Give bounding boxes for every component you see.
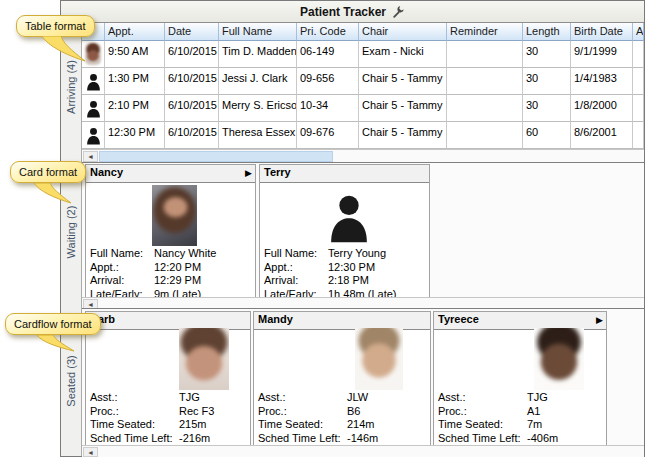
column-header-chair[interactable]: Chair [359, 23, 447, 41]
patient-card-terry[interactable]: Terry Full Name:Terry Young Appt.:12:30 … [259, 164, 430, 298]
field-label: Arrival: [264, 274, 328, 288]
patient-card-tyreece[interactable]: Tyreece ▶ Asst.:TJG Proc.:A1 Time Seated… [433, 311, 607, 446]
card-more-icon[interactable]: ▶ [596, 314, 603, 326]
card-fields: Full Name:Nancy White Appt.:12:20 PM Arr… [90, 247, 253, 301]
cell-date[interactable]: 6/10/2015 [165, 68, 219, 95]
cell-chair[interactable]: Chair 5 - Tammy [359, 68, 447, 95]
card-fields: Full Name:Terry Young Appt.:12:30 PM Arr… [264, 247, 427, 301]
column-header-date[interactable]: Date [165, 23, 219, 41]
field-label: Appt.: [264, 261, 328, 275]
cell-pri-code[interactable]: 09-656 [297, 68, 359, 95]
cell-length[interactable]: 60 [523, 122, 571, 149]
field-value: 12:29 PM [154, 274, 253, 288]
cell-arrived[interactable] [633, 122, 644, 149]
column-header-full-name[interactable]: Full Name [219, 23, 297, 41]
arriving-table: 9:50 AM 6/10/2015 Tim D. Madden 06-149 E… [82, 41, 644, 149]
cell-chair[interactable]: Chair 5 - Tammy [359, 122, 447, 149]
field-value: 215m [179, 418, 248, 432]
cell-full-name[interactable]: Theresa Essex [219, 122, 297, 149]
patient-card-barb[interactable]: Barb Asst.:TJG Proc.:Rec F3 Time Seated:… [85, 311, 251, 446]
cell-pri-code[interactable]: 10-34 [297, 95, 359, 122]
cell-arrived[interactable] [633, 41, 644, 68]
sidebar-label-seated: Seated (3) [65, 355, 77, 406]
cell-pri-code[interactable]: 06-149 [297, 41, 359, 68]
cell-full-name[interactable]: Jessi J. Clark [219, 68, 297, 95]
patient-silhouette-icon[interactable] [82, 122, 105, 149]
person-icon [328, 191, 370, 243]
cell-date[interactable]: 6/10/2015 [165, 122, 219, 149]
cell-reminder[interactable] [447, 122, 523, 149]
callout-tail-icon [28, 183, 74, 205]
patient-card-mandy[interactable]: Mandy Asst.:JLW Proc.:B6 Time Seated:214… [253, 311, 431, 446]
seated-section: Barb Asst.:TJG Proc.:Rec F3 Time Seated:… [82, 308, 644, 457]
field-value: -146m [347, 432, 428, 446]
cell-birth-date[interactable]: 9/1/1999 [571, 41, 633, 68]
cell-length[interactable]: 30 [523, 41, 571, 68]
field-value: -406m [527, 432, 604, 446]
cell-reminder[interactable] [447, 41, 523, 68]
scrollbar-thumb[interactable] [99, 151, 333, 162]
field-value: TJG [527, 391, 604, 405]
cell-chair[interactable]: Exam - Nicki [359, 41, 447, 68]
cell-appt[interactable]: 12:30 PM [105, 122, 165, 149]
column-header-reminder[interactable]: Reminder [447, 23, 523, 41]
column-header-appt[interactable]: Appt. [105, 23, 165, 41]
field-label: Appt.: [90, 261, 154, 275]
cell-reminder[interactable] [447, 95, 523, 122]
card-more-icon[interactable]: ▶ [245, 167, 252, 179]
cell-length[interactable]: 30 [523, 95, 571, 122]
field-value: Rec F3 [179, 405, 248, 419]
cell-full-name[interactable]: Tim D. Madden [219, 41, 297, 68]
cell-date[interactable]: 6/10/2015 [165, 41, 219, 68]
cell-full-name[interactable]: Merry S. Ericson [219, 95, 297, 122]
patient-photo [152, 185, 197, 246]
cell-chair[interactable]: Chair 5 - Tammy [359, 95, 447, 122]
cell-arrived[interactable] [633, 95, 644, 122]
scroll-left-button[interactable]: ◄ [83, 447, 98, 457]
waiting-section: Nancy ▶ Full Name:Nancy White Appt.:12:2… [82, 162, 644, 309]
card-title: Mandy [254, 312, 430, 330]
cell-appt[interactable]: 1:30 PM [105, 68, 165, 95]
callout-card-format: Card format [10, 161, 86, 183]
cell-reminder[interactable] [447, 68, 523, 95]
field-label: Arrival: [90, 274, 154, 288]
column-header-pri-code[interactable]: Pri. Code [297, 23, 359, 41]
field-label: Proc.: [90, 405, 179, 419]
patient-photo [534, 328, 584, 390]
callout-tail-icon [36, 36, 88, 63]
window-titlebar: Patient Tracker [61, 1, 644, 23]
cell-date[interactable]: 6/10/2015 [165, 95, 219, 122]
column-header-arrived[interactable]: Arr [633, 23, 644, 41]
cell-birth-date[interactable]: 1/4/1983 [571, 68, 633, 95]
field-label: Asst.: [438, 391, 527, 405]
column-header-birth-date[interactable]: Birth Date [571, 23, 633, 41]
card-fields: Asst.:JLW Proc.:B6 Time Seated:214m Sche… [258, 391, 428, 445]
cell-appt[interactable]: 9:50 AM [105, 41, 165, 68]
cell-birth-date[interactable]: 1/8/2000 [571, 95, 633, 122]
cell-birth-date[interactable]: 8/6/2001 [571, 122, 633, 149]
cell-appt[interactable]: 2:10 PM [105, 95, 165, 122]
cell-length[interactable]: 30 [523, 68, 571, 95]
field-value: B6 [347, 405, 428, 419]
wrench-icon[interactable] [392, 5, 405, 18]
field-label: Proc.: [438, 405, 527, 419]
field-label: Full Name: [264, 247, 328, 261]
card-fields: Asst.:TJG Proc.:Rec F3 Time Seated:215m … [90, 391, 248, 445]
patient-silhouette-icon[interactable] [82, 95, 105, 122]
patient-photo [355, 328, 403, 390]
cell-pri-code[interactable]: 09-676 [297, 122, 359, 149]
field-value: 2:18 PM [328, 274, 427, 288]
field-value: Terry Young [328, 247, 427, 261]
arriving-table-header: Appt. Date Full Name Pri. Code Chair Rem… [82, 23, 644, 41]
seated-horizontal-scrollbar[interactable]: ◄ [82, 445, 644, 457]
field-value: -216m [179, 432, 248, 446]
patient-card-nancy[interactable]: Nancy ▶ Full Name:Nancy White Appt.:12:2… [85, 164, 256, 298]
cell-arrived[interactable] [633, 68, 644, 95]
field-label: Time Seated: [90, 418, 179, 432]
patient-silhouette-icon[interactable] [82, 68, 105, 95]
field-label: Asst.: [90, 391, 179, 405]
column-header-length[interactable]: Length [523, 23, 571, 41]
field-value: 214m [347, 418, 428, 432]
field-label: Asst.: [258, 391, 347, 405]
person-icon [86, 72, 101, 91]
